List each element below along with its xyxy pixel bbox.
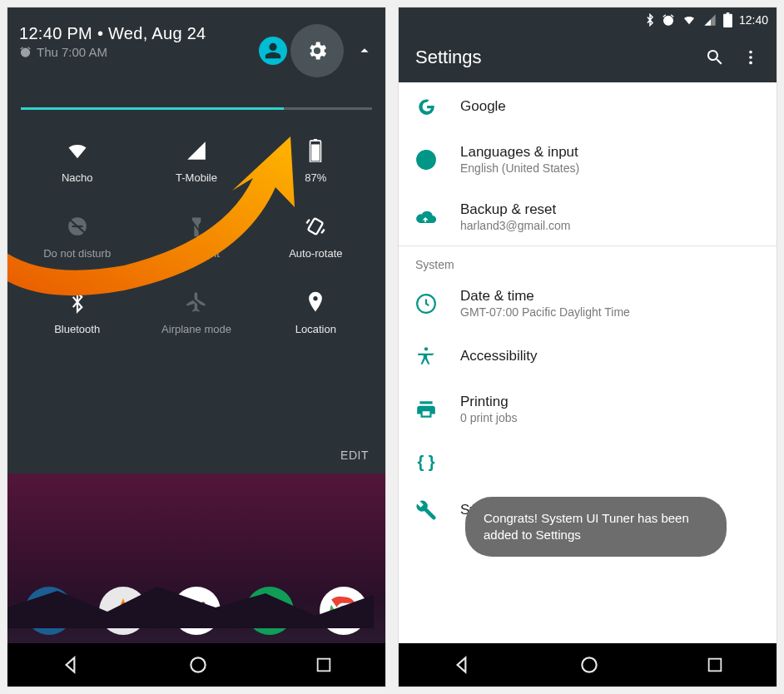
tile-label: Nacho bbox=[62, 171, 93, 184]
back-button[interactable] bbox=[451, 654, 473, 676]
item-title: Backup & reset bbox=[460, 201, 571, 218]
location-icon bbox=[306, 290, 325, 314]
wifi-status-icon bbox=[682, 13, 697, 27]
collapse-icon[interactable] bbox=[355, 42, 374, 60]
edit-tiles-button[interactable]: EDIT bbox=[340, 449, 369, 462]
tile-bluetooth[interactable]: Bluetooth bbox=[19, 290, 135, 335]
tile-label: Airplane mode bbox=[161, 323, 231, 335]
settings-item-accessibility[interactable]: Accessibility bbox=[399, 332, 777, 380]
svg-rect-27 bbox=[723, 14, 732, 27]
tile-location[interactable]: Location bbox=[258, 290, 374, 335]
settings-button[interactable] bbox=[290, 24, 344, 77]
google-icon bbox=[415, 96, 437, 117]
svg-marker-10 bbox=[7, 587, 374, 628]
separator: • bbox=[97, 24, 103, 42]
item-title: Accessibility bbox=[460, 348, 538, 364]
wifi-icon bbox=[66, 139, 89, 162]
time-text: 12:40 PM bbox=[19, 24, 92, 42]
accessibility-icon bbox=[415, 345, 437, 367]
navigation-bar bbox=[7, 643, 385, 687]
tile-label: Bluetooth bbox=[54, 323, 100, 335]
tile-dnd[interactable]: Do not disturb bbox=[19, 214, 135, 260]
tile-label: Auto-rotate bbox=[289, 247, 342, 260]
tile-battery[interactable]: 87% bbox=[258, 138, 374, 184]
tile-flashlight[interactable]: Flashlight bbox=[138, 214, 254, 260]
settings-item-backup[interactable]: Backup & reset harland3@gmail.com bbox=[399, 188, 777, 245]
battery-status-icon bbox=[723, 12, 732, 27]
back-button[interactable] bbox=[60, 654, 82, 676]
tile-label: 87% bbox=[305, 171, 326, 184]
item-title: Printing bbox=[460, 394, 517, 410]
tile-wifi[interactable]: Nacho bbox=[19, 138, 135, 184]
phone-right: 12:40 Settings Google Languages & input … bbox=[398, 7, 777, 687]
svg-rect-1 bbox=[314, 139, 317, 141]
item-subtitle: GMT-07:00 Pacific Daylight Time bbox=[460, 305, 630, 319]
tile-airplane[interactable]: Airplane mode bbox=[138, 290, 254, 335]
home-wallpaper bbox=[7, 473, 385, 687]
tile-auto-rotate[interactable]: Auto-rotate bbox=[258, 214, 374, 260]
item-subtitle: harland3@gmail.com bbox=[460, 219, 571, 232]
svg-point-31 bbox=[749, 62, 752, 65]
svg-rect-38 bbox=[708, 659, 721, 672]
alarm-status-icon bbox=[662, 13, 675, 27]
item-subtitle: English (United States) bbox=[460, 161, 579, 175]
settings-item-google[interactable]: Google bbox=[399, 82, 777, 131]
item-title: Google bbox=[460, 98, 506, 115]
svg-point-29 bbox=[749, 51, 752, 54]
date-text: Wed, Aug 24 bbox=[108, 24, 206, 42]
navigation-bar bbox=[399, 643, 777, 687]
app-bar: Settings bbox=[399, 32, 777, 82]
cloud-backup-icon bbox=[415, 208, 437, 226]
clock-date: 12:40 PM • Wed, Aug 24 bbox=[19, 24, 259, 43]
svg-point-37 bbox=[582, 657, 596, 672]
printer-icon bbox=[415, 399, 437, 420]
flashlight-icon bbox=[187, 215, 206, 238]
search-icon[interactable] bbox=[705, 47, 725, 67]
gear-icon bbox=[305, 39, 329, 62]
qs-header: 12:40 PM • Wed, Aug 24 Thu 7:00 AM bbox=[19, 24, 374, 77]
signal-status-icon bbox=[703, 13, 717, 27]
battery-icon bbox=[309, 139, 322, 162]
alarm-text: Thu 7:00 AM bbox=[37, 45, 107, 59]
item-subtitle: 0 print jobs bbox=[460, 411, 517, 424]
bluetooth-status-icon bbox=[645, 12, 655, 27]
mountain-silhouette bbox=[7, 578, 374, 628]
tile-label: T-Mobile bbox=[176, 171, 217, 184]
settings-item-date-time[interactable]: Date & time GMT-07:00 Pacific Daylight T… bbox=[399, 275, 777, 332]
signal-icon bbox=[186, 140, 207, 161]
next-alarm: Thu 7:00 AM bbox=[19, 45, 259, 59]
app-bar-title: Settings bbox=[415, 47, 688, 68]
tile-cellular[interactable]: T-Mobile bbox=[138, 138, 254, 184]
home-button[interactable] bbox=[578, 654, 600, 676]
recent-apps-button[interactable] bbox=[315, 656, 333, 674]
status-bar: 12:40 bbox=[399, 7, 777, 32]
tile-label: Do not disturb bbox=[43, 247, 111, 260]
brightness-slider[interactable] bbox=[21, 107, 372, 110]
svg-rect-28 bbox=[727, 12, 730, 14]
settings-item-printing[interactable]: Printing 0 print jobs bbox=[399, 380, 777, 438]
user-avatar[interactable] bbox=[259, 37, 287, 65]
airplane-icon bbox=[185, 290, 208, 314]
alarm-icon bbox=[19, 46, 32, 58]
braces-icon: { } bbox=[415, 451, 437, 473]
more-menu-icon[interactable] bbox=[742, 48, 760, 67]
quick-settings-panel: 12:40 PM • Wed, Aug 24 Thu 7:00 AM bbox=[7, 7, 385, 473]
item-title: Languages & input bbox=[460, 144, 579, 161]
bluetooth-icon bbox=[68, 290, 87, 314]
svg-rect-26 bbox=[317, 659, 330, 672]
globe-icon bbox=[415, 149, 437, 171]
home-button[interactable] bbox=[187, 654, 209, 676]
clock-icon bbox=[415, 293, 437, 315]
settings-item-ui-tuner-braces[interactable]: { } System UI Tuner bbox=[399, 438, 777, 486]
tile-label: Location bbox=[295, 323, 336, 335]
svg-rect-2 bbox=[311, 144, 320, 161]
tile-label: Flashlight bbox=[173, 247, 220, 260]
svg-point-30 bbox=[749, 56, 752, 59]
section-header-system: System bbox=[399, 245, 777, 275]
svg-point-36 bbox=[424, 347, 428, 350]
settings-item-languages[interactable]: Languages & input English (United States… bbox=[399, 131, 777, 188]
phone-left: 12:40 PM • Wed, Aug 24 Thu 7:00 AM bbox=[7, 7, 386, 687]
status-time: 12:40 bbox=[739, 13, 768, 27]
recent-apps-button[interactable] bbox=[706, 656, 724, 674]
person-icon bbox=[264, 42, 282, 60]
